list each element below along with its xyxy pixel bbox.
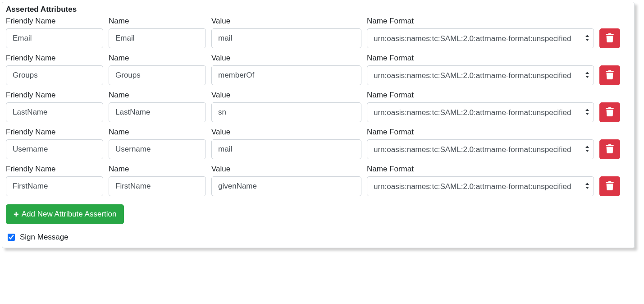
- name-label: Name: [109, 128, 206, 137]
- name-format-label: Name Format: [367, 91, 594, 100]
- name-format-field: Name Format urn:oasis:names:tc:SAML:2.0:…: [367, 165, 594, 196]
- name-input[interactable]: [109, 176, 206, 196]
- friendly-name-input[interactable]: [6, 65, 103, 85]
- trash-icon: [606, 33, 614, 44]
- friendly-name-field: Friendly Name: [6, 165, 103, 196]
- name-field: Name: [109, 54, 206, 85]
- value-field: Value: [211, 91, 361, 122]
- name-input[interactable]: [109, 139, 206, 159]
- value-label: Value: [211, 165, 361, 174]
- name-format-field: Name Format urn:oasis:names:tc:SAML:2.0:…: [367, 17, 594, 48]
- delete-attribute-button[interactable]: [599, 28, 620, 48]
- value-field: Value: [211, 54, 361, 85]
- add-button-label: Add New Attribute Assertion: [22, 210, 117, 219]
- plus-icon: +: [14, 210, 19, 219]
- friendly-name-input[interactable]: [6, 176, 103, 196]
- name-format-select[interactable]: urn:oasis:names:tc:SAML:2.0:attrname-for…: [367, 139, 594, 159]
- sign-message-checkbox[interactable]: [8, 234, 15, 241]
- section-title: Asserted Attributes: [6, 5, 630, 14]
- name-field: Name: [109, 91, 206, 122]
- name-format-select[interactable]: urn:oasis:names:tc:SAML:2.0:attrname-for…: [367, 176, 594, 196]
- name-format-field: Name Format urn:oasis:names:tc:SAML:2.0:…: [367, 54, 594, 85]
- friendly-name-label: Friendly Name: [6, 91, 103, 100]
- friendly-name-field: Friendly Name: [6, 91, 103, 122]
- value-label: Value: [211, 17, 361, 26]
- sign-message-label[interactable]: Sign Message: [20, 233, 69, 242]
- value-input[interactable]: [211, 28, 361, 48]
- sign-message-row: Sign Message: [6, 232, 630, 242]
- attribute-row: Friendly Name Name Value Name Format urn…: [6, 128, 630, 159]
- name-format-select[interactable]: urn:oasis:names:tc:SAML:2.0:attrname-for…: [367, 65, 594, 85]
- friendly-name-input[interactable]: [6, 28, 103, 48]
- friendly-name-field: Friendly Name: [6, 54, 103, 85]
- friendly-name-label: Friendly Name: [6, 54, 103, 63]
- value-field: Value: [211, 128, 361, 159]
- name-input[interactable]: [109, 102, 206, 122]
- friendly-name-label: Friendly Name: [6, 17, 103, 26]
- name-format-label: Name Format: [367, 128, 594, 137]
- friendly-name-label: Friendly Name: [6, 128, 103, 137]
- name-format-select[interactable]: urn:oasis:names:tc:SAML:2.0:attrname-for…: [367, 102, 594, 122]
- name-format-label: Name Format: [367, 54, 594, 63]
- friendly-name-label: Friendly Name: [6, 165, 103, 174]
- value-input[interactable]: [211, 176, 361, 196]
- name-format-field: Name Format urn:oasis:names:tc:SAML:2.0:…: [367, 128, 594, 159]
- name-format-field: Name Format urn:oasis:names:tc:SAML:2.0:…: [367, 91, 594, 122]
- value-input[interactable]: [211, 139, 361, 159]
- attribute-row: Friendly Name Name Value Name Format urn…: [6, 17, 630, 48]
- delete-attribute-button[interactable]: [599, 65, 620, 85]
- value-label: Value: [211, 91, 361, 100]
- trash-icon: [606, 144, 614, 155]
- value-input[interactable]: [211, 102, 361, 122]
- value-label: Value: [211, 128, 361, 137]
- value-field: Value: [211, 17, 361, 48]
- asserted-attributes-panel: Asserted Attributes Friendly Name Name V…: [2, 2, 635, 248]
- trash-icon: [606, 70, 614, 81]
- name-input[interactable]: [109, 28, 206, 48]
- delete-attribute-button[interactable]: [599, 102, 620, 122]
- attribute-rows: Friendly Name Name Value Name Format urn…: [6, 17, 630, 196]
- value-label: Value: [211, 54, 361, 63]
- name-format-label: Name Format: [367, 165, 594, 174]
- friendly-name-field: Friendly Name: [6, 128, 103, 159]
- name-label: Name: [109, 91, 206, 100]
- trash-icon: [606, 181, 614, 192]
- name-label: Name: [109, 17, 206, 26]
- value-input[interactable]: [211, 65, 361, 85]
- delete-attribute-button[interactable]: [599, 176, 620, 196]
- name-format-label: Name Format: [367, 17, 594, 26]
- friendly-name-input[interactable]: [6, 102, 103, 122]
- friendly-name-input[interactable]: [6, 139, 103, 159]
- name-field: Name: [109, 165, 206, 196]
- value-field: Value: [211, 165, 361, 196]
- attribute-row: Friendly Name Name Value Name Format urn…: [6, 54, 630, 85]
- name-field: Name: [109, 128, 206, 159]
- trash-icon: [606, 107, 614, 118]
- name-field: Name: [109, 17, 206, 48]
- name-label: Name: [109, 165, 206, 174]
- name-input[interactable]: [109, 65, 206, 85]
- attribute-row: Friendly Name Name Value Name Format urn…: [6, 91, 630, 122]
- name-label: Name: [109, 54, 206, 63]
- delete-attribute-button[interactable]: [599, 139, 620, 159]
- friendly-name-field: Friendly Name: [6, 17, 103, 48]
- add-attribute-assertion-button[interactable]: + Add New Attribute Assertion: [6, 204, 124, 224]
- attribute-row: Friendly Name Name Value Name Format urn…: [6, 165, 630, 196]
- name-format-select[interactable]: urn:oasis:names:tc:SAML:2.0:attrname-for…: [367, 28, 594, 48]
